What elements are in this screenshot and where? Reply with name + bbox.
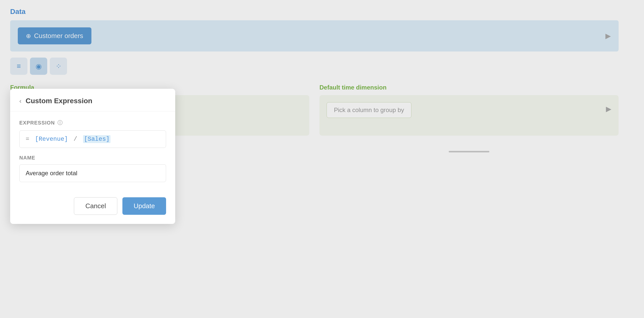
modal-body: EXPRESSION ⓘ = [Revenue] / [Sales] NAME [10,111,175,190]
expression-label: EXPRESSION ⓘ [19,119,166,126]
info-icon: ⓘ [57,119,63,126]
modal-footer: Cancel Update [10,190,175,224]
divide-op: / [74,136,77,143]
revenue-token: [Revenue] [35,136,68,143]
cancel-button[interactable]: Cancel [74,197,117,215]
equals-sign: = [26,136,29,143]
sales-token: [Sales] [83,135,111,143]
name-input[interactable] [19,164,166,182]
name-label: NAME [19,155,166,161]
modal-header: ‹ Custom Expression [10,89,175,111]
custom-expression-modal: ‹ Custom Expression EXPRESSION ⓘ = [Reve… [10,89,175,224]
update-button[interactable]: Update [122,197,166,215]
modal-title: Custom Expression [26,97,92,105]
expression-input-display[interactable]: = [Revenue] / [Sales] [19,130,166,148]
back-icon[interactable]: ‹ [19,97,22,105]
